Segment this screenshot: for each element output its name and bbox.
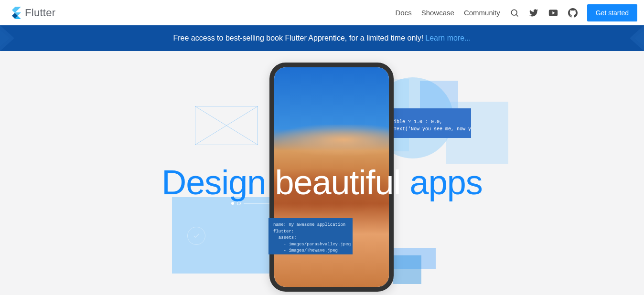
hero-word-2: beautiful	[275, 163, 400, 201]
dot-icon	[231, 202, 234, 205]
nav-right: Docs Showcase Community Get started	[395, 4, 637, 21]
github-icon[interactable]	[568, 8, 578, 18]
hero-word-3: apps	[410, 163, 483, 201]
get-started-button[interactable]: Get started	[587, 4, 637, 21]
nav-community[interactable]: Community	[464, 9, 500, 17]
brand-name: Flutter	[25, 7, 55, 19]
svg-point-0	[511, 10, 517, 15]
promo-banner: Free access to best-selling book Flutter…	[0, 25, 644, 51]
flutter-logo-icon	[9, 7, 21, 19]
banner-learn-more-link[interactable]: Learn more...	[425, 34, 471, 42]
hero-stage: new Opacity( opacity: _visible ? 1.0 : 0…	[83, 51, 561, 295]
hero-section: new Opacity( opacity: _visible ? 1.0 : 0…	[0, 51, 644, 295]
nav-docs[interactable]: Docs	[395, 9, 411, 17]
wireframe-box-icon	[195, 106, 258, 145]
youtube-icon[interactable]	[548, 8, 558, 18]
site-header: Flutter Docs Showcase Community Get star…	[0, 0, 644, 25]
twitter-icon[interactable]	[529, 8, 538, 18]
decorative-square-icon	[393, 255, 421, 284]
hero-word-1: Design	[161, 163, 266, 201]
search-icon[interactable]	[510, 8, 519, 18]
hero-headline: Design beautiful apps	[83, 163, 561, 202]
check-circle-icon	[187, 227, 205, 245]
banner-text: Free access to best-selling book Flutter…	[173, 34, 424, 42]
dot-icon	[237, 201, 241, 205]
banner-decoration-left-icon	[0, 25, 29, 51]
code-snippet-assets: name: my_awesome_application flutter: as…	[268, 218, 353, 254]
brand-logo[interactable]: Flutter	[9, 7, 55, 19]
nav-showcase[interactable]: Showcase	[421, 9, 454, 17]
svg-line-1	[516, 14, 518, 16]
banner-decoration-right-icon	[615, 25, 644, 51]
